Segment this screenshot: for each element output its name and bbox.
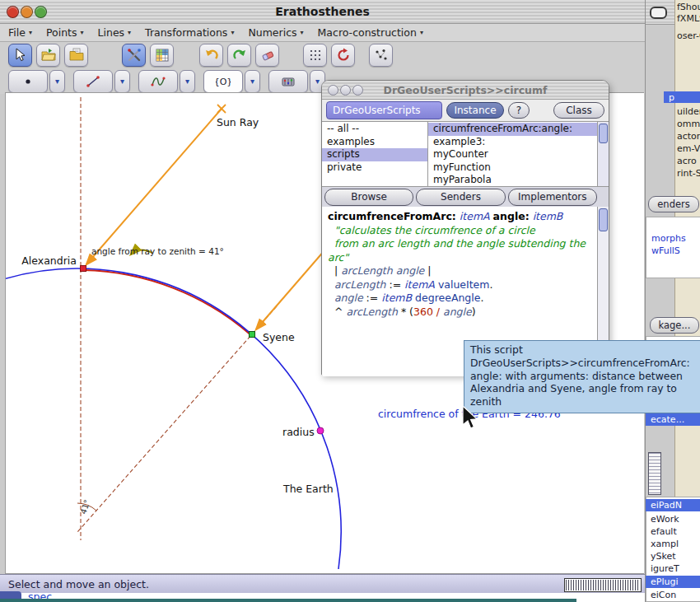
implementors-button[interactable]: Implementors <box>508 189 597 206</box>
senders-button[interactable]: Senders <box>416 189 505 206</box>
category-item-private[interactable]: private <box>322 161 427 175</box>
undo-button[interactable] <box>199 44 223 67</box>
window-fragment: eWork <box>651 514 679 525</box>
earth-label[interactable]: The Earth <box>282 483 334 495</box>
point-tools[interactable] <box>8 70 48 93</box>
sheet-button[interactable] <box>150 44 174 67</box>
collapse-widget-icon[interactable] <box>650 7 667 19</box>
window-fragment: efault <box>651 526 677 537</box>
zenith-syene-line[interactable] <box>77 306 277 532</box>
category-item-all[interactable]: -- all -- <box>322 123 427 136</box>
method-item-mycounter[interactable]: myCounter <box>428 148 597 161</box>
browse-button[interactable]: Browse <box>324 189 413 206</box>
menu-lines[interactable]: Lines▾ <box>98 26 132 39</box>
script-editor-title-bar[interactable]: DrGeoUserScripts>>circumf <box>322 81 609 100</box>
curve-tools-chevron[interactable]: ▾ <box>180 70 195 93</box>
line-tools[interactable] <box>73 70 113 93</box>
window-fragment: eiCon <box>651 590 676 600</box>
syene-label[interactable]: Syene <box>263 331 295 343</box>
background-button-fragment[interactable]: enders <box>648 196 699 212</box>
maximize-button[interactable] <box>35 6 47 18</box>
chevron-down-icon: ▾ <box>120 77 124 86</box>
save-button[interactable] <box>64 44 88 67</box>
help-button[interactable]: ? <box>508 102 530 119</box>
menu-file[interactable]: File▾ <box>8 26 32 39</box>
method-item-example3[interactable]: example3: <box>428 136 597 149</box>
syene-point[interactable] <box>250 332 255 338</box>
alexandria-point[interactable] <box>81 266 86 272</box>
class-name-pill[interactable]: DrGeoUserScripts <box>326 101 442 119</box>
window-fragment[interactable] <box>648 452 661 495</box>
alexandria-syene-arc[interactable] <box>83 270 252 336</box>
sun-ray-label[interactable]: Sun Ray <box>217 116 259 128</box>
window-fragment: uilder <box>677 106 700 117</box>
menu-transformations[interactable]: Transformations▾ <box>145 26 234 39</box>
code-line: "calculates the circumfrence of a circle <box>328 224 594 238</box>
window-fragment: eiPadN <box>646 499 700 511</box>
erase-button[interactable] <box>255 44 279 67</box>
instance-side-button[interactable]: Instance <box>446 102 504 119</box>
curve-tools-group: ▾ <box>138 70 203 93</box>
style-tool[interactable] <box>122 44 146 67</box>
background-bar <box>0 599 576 602</box>
radius-label[interactable]: radius <box>282 426 315 438</box>
close-button[interactable] <box>7 6 19 18</box>
window-fragment: ePlugi <box>646 576 700 588</box>
minimize-button[interactable] <box>21 6 33 18</box>
open-button[interactable] <box>36 44 60 67</box>
angle-value-label[interactable]: angle from ray to zenith = 41° <box>91 246 224 256</box>
macro-tools[interactable] <box>268 70 308 93</box>
scatter-icon <box>374 48 389 63</box>
dots-grid-icon <box>308 48 323 63</box>
redo-button[interactable] <box>227 44 251 67</box>
point-tools-group: ▾ <box>8 70 73 93</box>
minimize-button[interactable] <box>340 85 351 96</box>
curve-tools[interactable] <box>138 70 178 93</box>
method-item-myfunction[interactable]: myFunction <box>428 161 597 175</box>
pointer-icon <box>13 48 28 63</box>
redo-icon <box>232 48 247 63</box>
method-item-circumfrencefromarc-angle[interactable]: circumfrenceFromArc:angle: <box>428 123 597 136</box>
point-tools-chevron[interactable]: ▾ <box>49 70 65 93</box>
numeric-tools-chevron[interactable]: ▾ <box>245 70 260 93</box>
chevron-down-icon: ▾ <box>81 29 84 36</box>
menu-macro-construction[interactable]: Macro-construction▾ <box>318 26 423 39</box>
title-bar[interactable]: Erathosthenes <box>0 0 645 24</box>
category-item-examples[interactable]: examples <box>322 136 427 149</box>
mouse-cursor <box>461 405 481 430</box>
category-item-scripts[interactable]: scripts <box>322 148 427 161</box>
radius-point[interactable] <box>317 427 324 434</box>
earth-circle-arc[interactable] <box>6 268 341 569</box>
refresh-button[interactable] <box>331 44 355 67</box>
select-tool[interactable] <box>8 44 32 67</box>
chevron-down-icon: ▾ <box>315 77 320 86</box>
scatter-button[interactable] <box>369 44 393 67</box>
menu-points[interactable]: Points▾ <box>46 26 84 39</box>
chevron-down-icon: ▾ <box>185 77 189 86</box>
line-tools-group: ▾ <box>73 70 138 93</box>
window-fragment: ommar <box>677 119 700 129</box>
script-editor-window[interactable]: DrGeoUserScripts>>circumf DrGeoUserScrip… <box>321 80 609 376</box>
maximize-button[interactable] <box>352 85 363 96</box>
numeric-tools[interactable]: {O} <box>203 70 243 93</box>
sun-ray-alexandria[interactable] <box>86 109 222 264</box>
status-text: Select and move an object. <box>8 578 149 590</box>
grid-button[interactable] <box>303 44 327 67</box>
chevron-down-icon: ▾ <box>420 29 423 36</box>
zoom-scrollbar[interactable] <box>564 578 642 592</box>
browser-header-row: DrGeoUserScripts Instance ? Class <box>322 100 609 121</box>
menu-numerics[interactable]: Numerics▾ <box>248 26 303 39</box>
class-side-button[interactable]: Class <box>553 102 604 119</box>
method-item-myparabola[interactable]: myParabola <box>428 174 597 186</box>
code-line: ^ arcLength * (360 / angle) <box>328 306 594 320</box>
list-scrollbar[interactable] <box>597 122 609 186</box>
menu-label: Numerics <box>248 26 296 39</box>
sun-ray-endpoint-marker[interactable] <box>217 105 226 113</box>
line-tools-chevron[interactable]: ▾ <box>114 70 130 93</box>
alexandria-label[interactable]: Alexandria <box>21 254 77 267</box>
menu-label: Points <box>46 26 77 39</box>
close-button[interactable] <box>328 85 338 96</box>
numeric-tools-group: {O}▾ <box>203 70 268 93</box>
background-button-fragment[interactable]: kage... <box>650 317 699 334</box>
code-line: circumfrenceFromArc: itemA angle: itemB <box>328 210 594 224</box>
